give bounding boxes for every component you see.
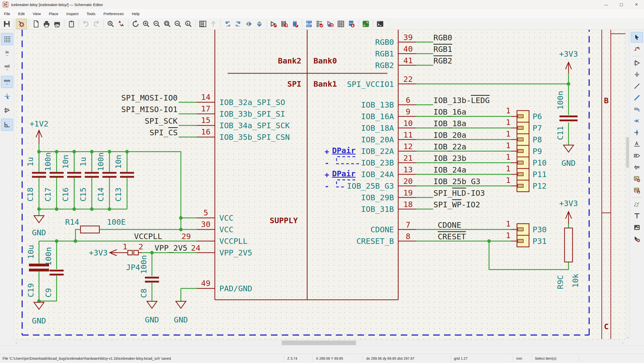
scripting-console-button[interactable] [375,19,385,29]
select-tool-button[interactable] [631,32,643,43]
rotate-ccw-button[interactable] [222,19,233,29]
hierarchy-navigator-button[interactable] [197,19,208,29]
hierarchical-sheet-button[interactable] [631,174,643,184]
horizontal-scrollbar[interactable]: ‹ › [14,340,625,346]
open-pcb-editor-button[interactable] [360,19,371,29]
scroll-left-icon[interactable]: ‹ [14,341,18,345]
minimize-button[interactable]: — [599,0,614,9]
place-text-button[interactable] [631,211,643,221]
global-label-button[interactable] [631,151,643,161]
units-in-button[interactable]: in↔ [1,48,13,59]
menu-help[interactable]: Help [128,12,144,16]
conn-pin-number: 1 [506,118,511,127]
conn-ref: P8 [533,135,542,144]
connector-p30-p31[interactable] [511,224,529,247]
draw-lines-button[interactable] [631,199,643,209]
menu-edit[interactable]: Edit [14,12,29,16]
symbol-editor-button[interactable] [268,19,279,29]
fields-table-button[interactable] [336,19,346,29]
schematic-setup-button[interactable] [16,19,27,29]
mirror-v-button[interactable] [254,19,265,29]
library-browser-button[interactable] [279,19,290,29]
import-sheet-pin-button[interactable] [631,185,643,195]
zoom-selection-button[interactable] [183,19,194,29]
hidden-pins-button[interactable] [1,105,13,116]
update-symbols-button[interactable] [325,19,336,29]
close-button[interactable]: ✕ [629,0,644,9]
wires[interactable] [39,42,569,302]
supply-label: SUPPLY [270,216,298,225]
search-icon [107,20,114,28]
place-symbol-button[interactable] [631,58,643,68]
cursor-shape-button[interactable] [1,90,13,102]
plot-button[interactable] [52,19,62,29]
vertical-scrollbar-thumb[interactable] [626,137,629,168]
units-mil-button[interactable]: mil↔ [1,62,13,73]
capacitors[interactable] [29,116,578,282]
place-image-button[interactable] [631,222,643,233]
text-icon [634,213,640,219]
delete-tool-button[interactable] [631,234,643,244]
scroll-down-icon[interactable]: ⌄ [626,335,630,339]
zoom-in-button[interactable] [141,19,151,29]
zoom-out-icon [153,20,160,28]
draw-wire-button[interactable] [631,81,643,91]
print-button[interactable] [41,19,52,29]
connector-p6-p12[interactable] [511,111,529,192]
menu-tools[interactable]: Tools [83,12,99,16]
mirror-vertical-icon [256,20,263,28]
mirror-h-button[interactable] [244,19,254,29]
hierarchical-label-icon [634,164,640,171]
vertical-scrollbar[interactable]: ⌄ [625,30,630,340]
wire-to-bus-entry-button[interactable] [631,104,643,114]
place-junction-button[interactable] [631,127,643,138]
scroll-right-icon[interactable]: › [621,341,625,345]
schematic-canvas[interactable]: B C Bank2 Bank0 SPI Bank1 SPI_VCCIO1 SUP… [14,30,625,340]
highlight-net-button[interactable] [631,44,643,54]
menu-place[interactable]: Place [45,12,62,16]
zoom-objects-button[interactable] [173,19,183,29]
page-settings-button[interactable] [31,19,41,29]
export-bom-button[interactable]: bom [346,19,357,29]
menu-view[interactable]: View [29,12,45,16]
pin-name: IOB_25B_G3 [347,181,394,191]
pin-number: 15 [201,116,210,125]
resistor-r9c[interactable] [565,228,573,262]
menu-preferences[interactable]: Preferences [99,12,128,16]
paste-button[interactable] [66,19,77,29]
ortho-lines-icon [4,121,10,128]
value: 100n [556,91,565,110]
erc-button[interactable] [314,19,325,29]
horizontal-scrollbar-thumb[interactable] [282,341,356,345]
save-button[interactable] [2,19,12,29]
maximize-button[interactable]: ▢ [614,0,629,9]
rotate-cw-button[interactable] [233,19,244,29]
menu-inspect[interactable]: Inspect [62,12,83,16]
pin-number: 1 [123,242,128,251]
undo-button[interactable] [80,19,91,29]
toggle-grid-button[interactable] [1,33,13,45]
find-button[interactable] [105,19,116,29]
place-power-port-button[interactable] [631,70,643,80]
pin-name: CRESET_B [356,237,394,246]
units-mm-button[interactable]: mm↔ [1,76,13,88]
hierarchical-label-button[interactable] [631,162,643,172]
footprint-editor-button[interactable] [290,19,300,29]
no-connect-flag-button[interactable] [631,116,643,126]
zoom-page-button[interactable] [162,19,173,29]
conn-ref: P11 [533,170,547,179]
resistor-r14[interactable] [80,226,99,233]
annotate-button[interactable]: R??R42 [304,19,314,29]
pin-name: RGB0 [375,38,394,47]
menu-file[interactable]: File [0,12,14,16]
refresh-button[interactable] [130,19,141,29]
net-label-button[interactable] [631,139,643,149]
zoom-out-button[interactable] [151,19,162,29]
draw-bus-button[interactable] [631,93,643,103]
find-replace-button[interactable] [116,19,127,29]
ortho-drawing-button[interactable] [1,119,13,131]
gnd-label: GND [145,315,159,324]
net-label-overline: CRESET [438,232,466,241]
redo-button[interactable] [91,19,102,29]
leave-sheet-button[interactable] [208,19,219,29]
